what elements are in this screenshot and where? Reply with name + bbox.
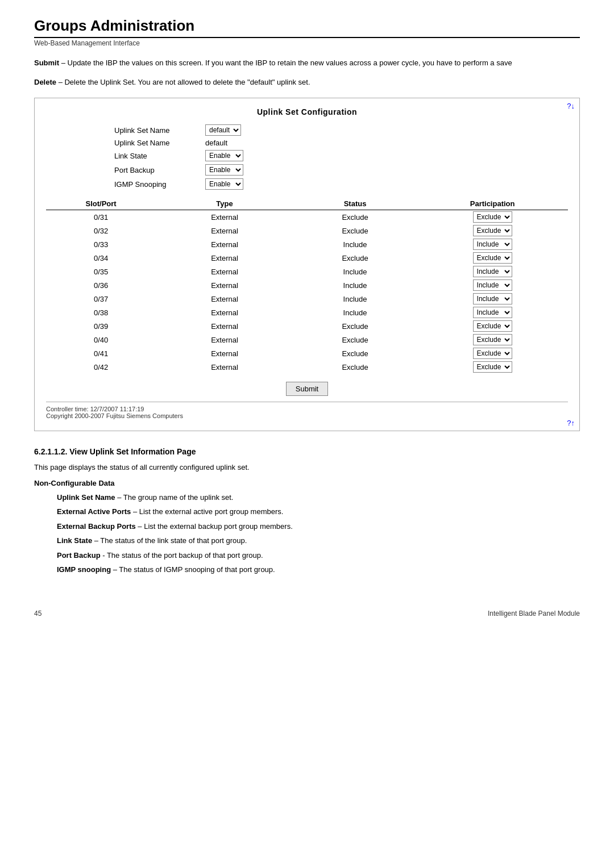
cell-type: External xyxy=(156,360,293,374)
cell-type: External xyxy=(156,265,293,278)
cell-participation: ExcludeInclude xyxy=(417,360,568,374)
col-header-participation: Participation xyxy=(417,198,568,210)
delete-description: Delete – Delete the Uplink Set. You are … xyxy=(34,77,580,88)
list-item: External Backup Ports – List the externa… xyxy=(57,521,580,532)
port-backup-label: Port Backup xyxy=(114,166,205,174)
table-row: 0/31ExternalExcludeExcludeInclude xyxy=(46,210,568,224)
cell-type: External xyxy=(156,292,293,306)
participation-select[interactable]: ExcludeInclude xyxy=(473,361,512,373)
nav-down-icon[interactable]: ?↓ xyxy=(567,102,575,110)
cell-slot: 0/34 xyxy=(46,251,156,265)
port-backup-select[interactable]: Enable Disable xyxy=(205,164,243,176)
list-item: External Active Ports – List the externa… xyxy=(57,506,580,518)
col-header-type: Type xyxy=(156,198,293,210)
submit-button[interactable]: Submit xyxy=(286,382,328,396)
cell-participation: ExcludeInclude xyxy=(417,319,568,333)
participation-select[interactable]: ExcludeInclude xyxy=(473,225,512,236)
cell-status: Include xyxy=(293,278,417,292)
box-footer: Controller time: 12/7/2007 11:17:19 Copy… xyxy=(46,402,568,419)
cell-status: Exclude xyxy=(293,210,417,224)
list-item: Uplink Set Name – The group name of the … xyxy=(57,492,580,503)
cell-participation: ExcludeInclude xyxy=(417,210,568,224)
uplink-set-config-box: Uplink Set Configuration ?↓ Uplink Set N… xyxy=(34,98,580,431)
copyright: Copyright 2000-2007 Fujitsu Siemens Comp… xyxy=(46,412,568,419)
participation-select[interactable]: ExcludeInclude xyxy=(473,211,512,223)
uplink-set-name-display-row: Uplink Set Name default xyxy=(114,139,568,147)
table-row: 0/33ExternalIncludeExcludeInclude xyxy=(46,237,568,251)
participation-select[interactable]: ExcludeInclude xyxy=(473,279,512,291)
cell-type: External xyxy=(156,278,293,292)
section-items: Uplink Set Name – The group name of the … xyxy=(34,492,580,575)
cell-type: External xyxy=(156,306,293,319)
cell-participation: ExcludeInclude xyxy=(417,306,568,319)
cell-status: Exclude xyxy=(293,360,417,374)
cell-slot: 0/33 xyxy=(46,237,156,251)
participation-select[interactable]: ExcludeInclude xyxy=(473,307,512,318)
participation-select[interactable]: ExcludeInclude xyxy=(473,320,512,332)
participation-select[interactable]: ExcludeInclude xyxy=(473,252,512,264)
table-row: 0/34ExternalExcludeExcludeInclude xyxy=(46,251,568,265)
cell-slot: 0/37 xyxy=(46,292,156,306)
cell-participation: ExcludeInclude xyxy=(417,251,568,265)
uplink-set-name-label: Uplink Set Name xyxy=(114,126,205,135)
cell-status: Exclude xyxy=(293,251,417,265)
cell-type: External xyxy=(156,319,293,333)
section-intro: This page displays the status of all cur… xyxy=(34,462,580,473)
cell-participation: ExcludeInclude xyxy=(417,278,568,292)
list-item: Port Backup - The status of the port bac… xyxy=(57,550,580,561)
participation-select[interactable]: ExcludeInclude xyxy=(473,293,512,304)
cell-type: External xyxy=(156,333,293,347)
col-header-status: Status xyxy=(293,198,417,210)
table-row: 0/37ExternalIncludeExcludeInclude xyxy=(46,292,568,306)
cell-type: External xyxy=(156,237,293,251)
controller-time: Controller time: 12/7/2007 11:17:19 xyxy=(46,406,568,412)
cell-status: Include xyxy=(293,237,417,251)
table-row: 0/36ExternalIncludeExcludeInclude xyxy=(46,278,568,292)
cell-status: Include xyxy=(293,265,417,278)
section-heading: 6.2.1.1.2. View Uplink Set Information P… xyxy=(34,447,580,456)
cell-slot: 0/41 xyxy=(46,347,156,360)
table-row: 0/38ExternalIncludeExcludeInclude xyxy=(46,306,568,319)
uplink-set-name-row: Uplink Set Name default xyxy=(114,124,568,136)
uplink-set-name-display-label: Uplink Set Name xyxy=(114,139,205,147)
table-row: 0/35ExternalIncludeExcludeInclude xyxy=(46,265,568,278)
participation-select[interactable]: ExcludeInclude xyxy=(473,334,512,345)
cell-slot: 0/39 xyxy=(46,319,156,333)
link-state-row: Link State Enable Disable xyxy=(114,150,568,161)
cell-type: External xyxy=(156,251,293,265)
igmp-snooping-select[interactable]: Enable Disable xyxy=(205,178,243,190)
cell-type: External xyxy=(156,210,293,224)
page-subtitle: Web-Based Management Interface xyxy=(34,39,580,47)
cell-status: Include xyxy=(293,292,417,306)
cell-slot: 0/42 xyxy=(46,360,156,374)
port-backup-row: Port Backup Enable Disable xyxy=(114,164,568,176)
link-state-select[interactable]: Enable Disable xyxy=(205,150,243,161)
submit-row: Submit xyxy=(46,382,568,396)
igmp-snooping-label: IGMP Snooping xyxy=(114,180,205,189)
product-name: Intelligent Blade Panel Module xyxy=(488,610,580,617)
igmp-snooping-row: IGMP Snooping Enable Disable xyxy=(114,178,568,190)
cell-slot: 0/36 xyxy=(46,278,156,292)
table-row: 0/39ExternalExcludeExcludeInclude xyxy=(46,319,568,333)
table-row: 0/41ExternalExcludeExcludeInclude xyxy=(46,347,568,360)
cell-status: Exclude xyxy=(293,333,417,347)
uplink-set-name-select[interactable]: default xyxy=(205,124,241,136)
participation-select[interactable]: ExcludeInclude xyxy=(473,239,512,250)
config-box-title: Uplink Set Configuration xyxy=(46,107,568,116)
port-table: Slot/Port Type Status Participation 0/31… xyxy=(46,198,568,374)
cell-participation: ExcludeInclude xyxy=(417,265,568,278)
cell-participation: ExcludeInclude xyxy=(417,347,568,360)
submit-description: Submit – Update the IBP the values on th… xyxy=(34,57,580,69)
participation-select[interactable]: ExcludeInclude xyxy=(473,266,512,277)
cell-status: Exclude xyxy=(293,319,417,333)
form-grid: Uplink Set Name default Uplink Set Name … xyxy=(114,124,568,190)
sub-section-title: Non-Configurable Data xyxy=(34,479,580,487)
participation-select[interactable]: ExcludeInclude xyxy=(473,348,512,359)
nav-up-icon[interactable]: ?↑ xyxy=(567,419,575,427)
page-number: 45 xyxy=(34,610,42,617)
cell-slot: 0/35 xyxy=(46,265,156,278)
list-item: Link State – The status of the link stat… xyxy=(57,535,580,546)
cell-slot: 0/32 xyxy=(46,224,156,237)
uplink-set-name-display-value: default xyxy=(205,139,227,147)
cell-participation: ExcludeInclude xyxy=(417,333,568,347)
